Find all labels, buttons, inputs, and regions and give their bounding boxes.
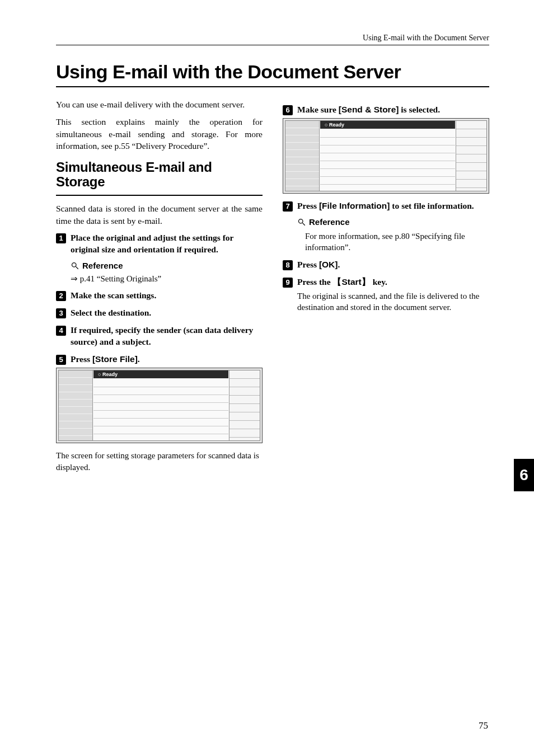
step-4-text: If required, specify the sender (scan da… — [71, 325, 263, 348]
page-title: Using E-mail with the Document Server — [56, 61, 489, 83]
step-6-text: Make sure [Send & Store] is selected. — [297, 104, 440, 116]
step-5-body: The screen for setting storage parameter… — [56, 450, 263, 473]
screenshot-ready-bar: ○ Ready — [320, 121, 455, 129]
step-8-suffix: . — [338, 260, 340, 269]
step-7-prefix: Press — [297, 201, 319, 210]
step-9-text: Press the 【Start】 key. — [297, 276, 387, 288]
step-number-icon: 2 — [56, 291, 66, 301]
file-information-label: [File Information] — [319, 201, 390, 210]
step-9: 9 Press the 【Start】 key. — [283, 276, 489, 288]
key-bracket-open: 【 — [332, 277, 341, 287]
step-number-icon: 8 — [283, 260, 293, 270]
step-9-prefix: Press the — [297, 277, 332, 287]
store-file-label: [Store File] — [92, 354, 138, 364]
step-6-prefix: Make sure — [297, 105, 339, 114]
step-6: 6 Make sure [Send & Store] is selected. — [283, 104, 489, 116]
step-8-prefix: Press — [297, 260, 319, 269]
step-2-text: Make the scan settings. — [71, 290, 156, 302]
running-head: Using E-mail with the Document Server — [56, 34, 489, 45]
step-1-text: Place the original and adjust the settin… — [71, 232, 263, 256]
step-8: 8 Press [OK]. — [283, 259, 489, 271]
h2-underline — [56, 195, 263, 196]
step-number-icon: 7 — [283, 201, 293, 212]
step-number-icon: 9 — [283, 278, 293, 288]
step-7-text: Press [File Information] to set file inf… — [297, 200, 474, 212]
reference-label: Reference — [309, 217, 350, 228]
screenshot-store-file: ○ Ready — [56, 368, 263, 443]
page-number: 75 — [479, 720, 488, 731]
reference-heading: Reference — [297, 217, 489, 228]
step-5-text: Press [Store File]. — [71, 354, 140, 365]
screenshot-ready-bar: ○ Ready — [93, 370, 228, 378]
reference-label: Reference — [82, 260, 123, 272]
step-5: 5 Press [Store File]. — [56, 354, 263, 365]
left-column: You can use e-mail delivery with the doc… — [56, 98, 263, 478]
step-9-suffix: key. — [371, 277, 387, 287]
screenshot-send-and-store: ○ Ready — [283, 118, 489, 194]
step-5-prefix: Press — [71, 354, 92, 364]
step-2: 2 Make the scan settings. — [56, 290, 263, 302]
step-number-icon: 6 — [283, 105, 293, 115]
step-number-icon: 4 — [56, 326, 66, 336]
send-and-store-label: [Send & Store] — [339, 105, 399, 114]
section-body: Scanned data is stored in the document s… — [56, 203, 263, 227]
step-1-reference: ⇒ p.41 “Setting Originals” — [71, 273, 263, 285]
step-3: 3 Select the destination. — [56, 307, 263, 319]
step-9-body: The original is scanned, and the file is… — [297, 290, 489, 313]
step-5-suffix: . — [138, 354, 140, 364]
intro-paragraph-1: You can use e-mail delivery with the doc… — [56, 98, 263, 110]
step-1: 1 Place the original and adjust the sett… — [56, 232, 263, 256]
step-7-suffix: to set file information. — [390, 201, 474, 210]
start-key-label: Start — [341, 277, 361, 287]
chapter-tab: 6 — [514, 459, 534, 491]
section-heading: Simultaneous E-mail and Storage — [56, 160, 263, 190]
svg-point-2 — [299, 219, 303, 223]
step-number-icon: 1 — [56, 233, 66, 243]
step-number-icon: 5 — [56, 355, 66, 365]
step-3-text: Select the destination. — [71, 307, 151, 319]
intro-paragraph-2: This section explains mainly the operati… — [56, 116, 263, 152]
step-7: 7 Press [File Information] to set file i… — [283, 200, 489, 212]
magnifier-icon — [71, 261, 79, 270]
h1-underline — [56, 86, 489, 87]
reference-heading: Reference — [71, 260, 263, 272]
svg-line-3 — [302, 223, 305, 225]
step-8-text: Press [OK]. — [297, 259, 340, 271]
step-7-reference: For more information, see p.80 “Specifyi… — [305, 231, 489, 253]
svg-line-1 — [76, 266, 78, 269]
right-column: 6 Make sure [Send & Store] is selected. … — [283, 98, 489, 478]
key-bracket-close: 】 — [362, 277, 371, 287]
magnifier-icon — [297, 218, 306, 226]
step-6-suffix: is selected. — [399, 105, 440, 114]
ok-label: [OK] — [319, 260, 338, 269]
svg-point-0 — [72, 262, 77, 267]
step-4: 4 If required, specify the sender (scan … — [56, 325, 263, 348]
step-number-icon: 3 — [56, 308, 66, 318]
